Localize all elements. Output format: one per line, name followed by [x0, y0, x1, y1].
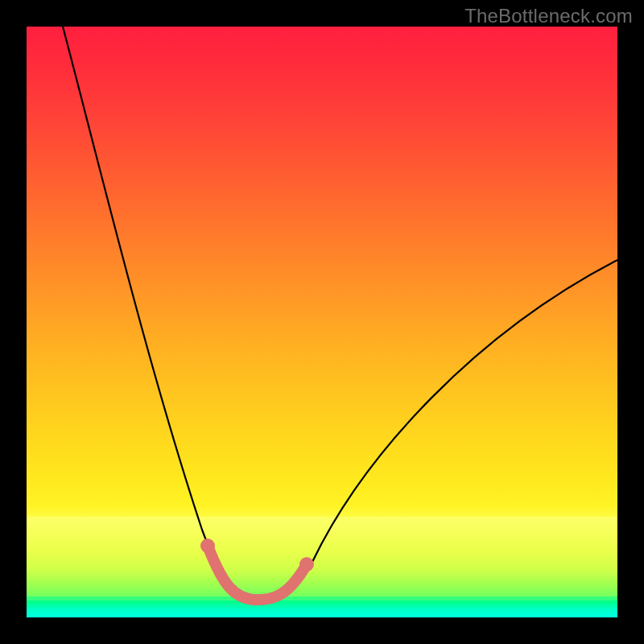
- curve-line: [63, 27, 617, 601]
- bottleneck-curve: [27, 27, 617, 617]
- optimal-range-dot-left: [200, 539, 215, 553]
- watermark-text: TheBottleneck.com: [464, 5, 633, 27]
- optimal-range-dot-right: [299, 557, 314, 572]
- optimal-range-highlight: [208, 546, 307, 600]
- plot-area: [27, 27, 617, 617]
- chart-frame: TheBottleneck.com: [0, 0, 644, 644]
